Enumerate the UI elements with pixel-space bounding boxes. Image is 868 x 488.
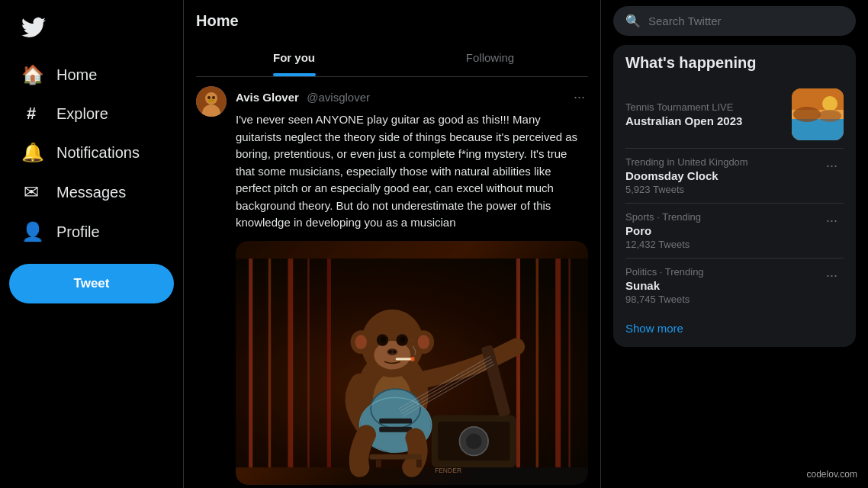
svg-rect-13 xyxy=(516,258,520,467)
tweet-card: Avis Glover @avisglover ··· I've never s… xyxy=(184,77,600,488)
svg-rect-16 xyxy=(568,258,571,467)
sidebar-item-home-label: Home xyxy=(56,66,97,84)
right-sidebar: 🔍 What's happening Tennis Tournament LIV… xyxy=(601,0,868,488)
trending-item-poro[interactable]: Sports · Trending Poro 12,432 Tweets ··· xyxy=(625,203,844,258)
sidebar-item-profile-label: Profile xyxy=(56,223,100,241)
aus-open-thumbnail xyxy=(792,88,844,140)
tweet-image-placeholder: FENDER xyxy=(236,241,588,485)
svg-point-40 xyxy=(387,348,397,355)
svg-rect-28 xyxy=(379,426,412,432)
svg-point-5 xyxy=(208,99,214,103)
svg-rect-27 xyxy=(379,418,412,423)
sidebar-item-home[interactable]: 🏠 Home xyxy=(9,55,174,95)
search-input-wrap[interactable]: 🔍 xyxy=(613,6,856,36)
tweet-text: I've never seen ANYONE play guitar as go… xyxy=(236,111,588,232)
page-title: Home xyxy=(196,12,588,39)
search-icon: 🔍 xyxy=(625,14,641,28)
trending-count-poro: 12,432 Tweets xyxy=(625,239,701,250)
svg-rect-10 xyxy=(288,258,293,467)
profile-icon: 👤 xyxy=(21,221,41,242)
sidebar-item-messages[interactable]: ✉ Messages xyxy=(9,172,174,212)
svg-point-56 xyxy=(793,107,821,122)
svg-point-1 xyxy=(205,92,217,104)
svg-rect-44 xyxy=(410,357,414,361)
aus-open-info: Tennis Tournament LIVE Australian Open 2… xyxy=(625,101,742,127)
sidebar-nav: 🏠 Home # Explore 🔔 Notifications ✉ Messa… xyxy=(9,55,174,252)
trending-count-sunak: 98,745 Tweets xyxy=(625,294,704,305)
avatar-image xyxy=(196,86,227,117)
feed-tabs: For you Following xyxy=(196,39,588,77)
svg-point-4 xyxy=(212,96,215,99)
tab-following[interactable]: Following xyxy=(392,39,588,76)
svg-point-20 xyxy=(466,433,482,449)
svg-rect-50 xyxy=(376,459,381,467)
tweet-header: Avis Glover @avisglover ··· xyxy=(236,86,588,108)
trending-more-poro[interactable]: ··· xyxy=(820,211,844,230)
svg-rect-49 xyxy=(369,454,421,459)
search-bar: 🔍 xyxy=(613,0,856,45)
whats-happening-title: What's happening xyxy=(625,54,844,72)
tweet-image: FENDER xyxy=(236,241,588,485)
trending-count-doomsday: 5,923 Tweets xyxy=(625,184,748,195)
svg-point-55 xyxy=(822,96,837,111)
main-header: Home For you Following xyxy=(184,0,600,77)
tweet-author-handle: @avisglover xyxy=(307,91,370,104)
svg-point-38 xyxy=(381,336,386,342)
sidebar-item-profile[interactable]: 👤 Profile xyxy=(9,212,174,252)
trending-meta-sunak: Politics · Trending xyxy=(625,266,704,278)
trending-more-doomsday[interactable]: ··· xyxy=(820,156,844,175)
messages-icon: ✉ xyxy=(21,181,41,203)
trending-item-doomsday[interactable]: Trending in United Kingdom Doomsday Cloc… xyxy=(625,149,844,203)
svg-text:FENDER: FENDER xyxy=(435,466,461,474)
svg-point-42 xyxy=(393,350,396,353)
tweet-button[interactable]: Tweet xyxy=(9,264,174,303)
trending-item-sunak[interactable]: Politics · Trending Sunak 98,745 Tweets … xyxy=(625,258,844,313)
svg-rect-14 xyxy=(536,258,538,467)
avatar[interactable] xyxy=(196,86,227,117)
sidebar-item-notifications[interactable]: 🔔 Notifications xyxy=(9,133,174,172)
trending-name-sunak: Sunak xyxy=(625,279,704,292)
trending-meta-poro: Sports · Trending xyxy=(625,211,701,223)
twitter-logo[interactable] xyxy=(9,6,174,52)
sidebar-item-notifications-label: Notifications xyxy=(56,144,140,162)
trending-item-aus-open[interactable]: Tennis Tournament LIVE Australian Open 2… xyxy=(625,81,844,149)
svg-point-39 xyxy=(400,336,406,342)
whats-happening-widget: What's happening Tennis Tournament LIVE … xyxy=(613,45,856,347)
svg-rect-9 xyxy=(268,258,271,467)
svg-rect-12 xyxy=(327,258,331,467)
svg-rect-51 xyxy=(416,459,422,467)
explore-icon: # xyxy=(21,104,41,124)
svg-point-48 xyxy=(418,335,429,349)
tweet-author-info: Avis Glover @avisglover xyxy=(236,91,370,104)
svg-rect-15 xyxy=(555,258,561,467)
svg-rect-11 xyxy=(307,258,310,467)
tweet-author-name: Avis Glover xyxy=(236,91,299,104)
svg-point-46 xyxy=(355,335,367,349)
svg-rect-8 xyxy=(249,258,252,467)
svg-point-57 xyxy=(818,110,841,122)
search-input[interactable] xyxy=(648,14,844,27)
sidebar-item-explore[interactable]: # Explore xyxy=(9,95,174,133)
sidebar-item-messages-label: Messages xyxy=(56,184,126,201)
trending-name-doomsday: Doomsday Clock xyxy=(625,169,748,182)
tab-for-you[interactable]: For you xyxy=(196,39,392,76)
tweet-body: Avis Glover @avisglover ··· I've never s… xyxy=(236,86,588,485)
trending-item-info: Trending in United Kingdom Doomsday Cloc… xyxy=(625,156,748,195)
sidebar-item-explore-label: Explore xyxy=(56,105,108,123)
trending-more-sunak[interactable]: ··· xyxy=(820,266,844,285)
trending-name-poro: Poro xyxy=(625,224,701,237)
watermark: codelov.com xyxy=(802,467,862,482)
aus-open-title: Australian Open 2023 xyxy=(625,114,742,127)
tweet-more-button[interactable]: ··· xyxy=(571,86,588,108)
svg-point-3 xyxy=(207,96,211,99)
home-icon: 🏠 xyxy=(21,64,41,85)
trending-meta-doomsday: Trending in United Kingdom xyxy=(625,156,748,168)
svg-point-41 xyxy=(389,350,392,353)
left-sidebar: 🏠 Home # Explore 🔔 Notifications ✉ Messa… xyxy=(0,0,183,488)
show-more-link[interactable]: Show more xyxy=(625,313,844,338)
notifications-icon: 🔔 xyxy=(21,142,41,163)
svg-rect-43 xyxy=(396,358,412,360)
main-feed: Home For you Following xyxy=(183,0,601,488)
trending-item-info-poro: Sports · Trending Poro 12,432 Tweets xyxy=(625,211,701,250)
trending-item-info-sunak: Politics · Trending Sunak 98,745 Tweets xyxy=(625,266,704,305)
